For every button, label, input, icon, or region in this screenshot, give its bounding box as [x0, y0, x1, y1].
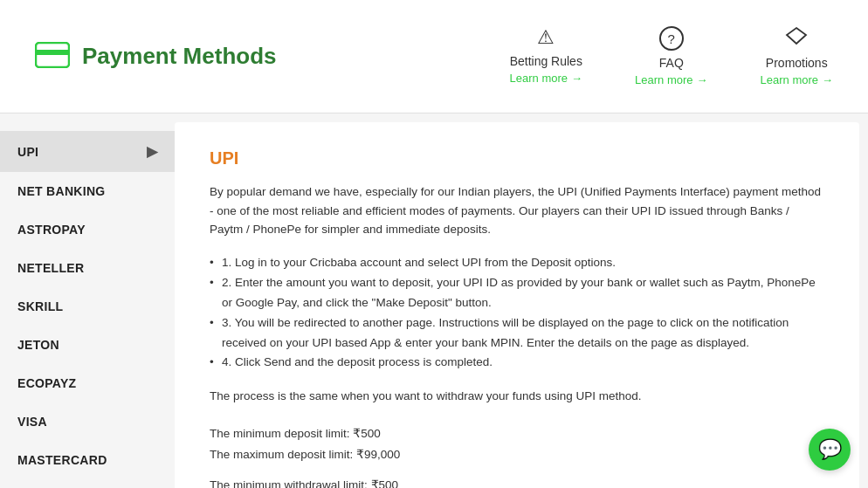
nav-item-betting-rules: ⚠ Betting Rules Learn more →	[510, 26, 582, 85]
nav-item-faq: ? FAQ Learn more →	[635, 26, 707, 86]
payment-card-icon	[35, 42, 70, 71]
content-description: By popular demand we have, especially fo…	[210, 182, 824, 239]
question-icon: ?	[659, 26, 684, 51]
promotions-link[interactable]: Learn more →	[761, 73, 833, 86]
svg-rect-1	[36, 50, 69, 55]
process-text: The process is the same when you want to…	[210, 387, 824, 406]
sidebar-item-skrill[interactable]: SKRILL	[0, 287, 175, 326]
sidebar-item-jeton[interactable]: JETON	[0, 326, 175, 364]
main-layout: UPI ▶ NET BANKING ASTROPAY NETELLER SKRI…	[0, 113, 868, 488]
deposit-min: The minimum deposit limit: ₹500	[210, 423, 824, 444]
step-3: 3. You will be redirected to another pag…	[210, 313, 824, 354]
page-title: Payment Methods	[82, 43, 277, 70]
content-area: UPI By popular demand we have, especiall…	[175, 122, 859, 488]
sidebar-item-upi[interactable]: UPI ▶	[0, 131, 175, 172]
top-nav: ⚠ Betting Rules Learn more → ? FAQ Learn…	[510, 26, 833, 86]
betting-rules-link[interactable]: Learn more →	[510, 72, 582, 85]
sidebar-item-mastercard[interactable]: MASTERCARD	[0, 441, 175, 479]
nav-item-promotions: Promotions Learn more →	[761, 26, 833, 86]
withdrawal-limits: The minimum withdrawal limit: ₹500 The m…	[210, 475, 824, 488]
warning-icon: ⚠	[537, 26, 555, 49]
faq-link[interactable]: Learn more →	[635, 73, 707, 86]
sidebar-arrow-upi: ▶	[147, 143, 157, 160]
faq-title: FAQ	[659, 56, 684, 70]
page-header: Payment Methods ⚠ Betting Rules Learn mo…	[0, 0, 868, 113]
deposit-max: The maximum deposit limit: ₹99,000	[210, 444, 824, 465]
deposit-limits: The minimum deposit limit: ₹500 The maxi…	[210, 423, 824, 466]
content-title: UPI	[210, 148, 824, 168]
chat-icon: 💬	[818, 438, 842, 461]
chat-fab[interactable]: 💬	[809, 429, 851, 471]
sidebar-item-crypto[interactable]: CRYPTO	[0, 479, 175, 488]
sidebar-item-net-banking[interactable]: NET BANKING	[0, 172, 175, 210]
sidebar-item-neteller[interactable]: NETELLER	[0, 249, 175, 287]
step-1: 1. Log in to your Cricbaba account and s…	[210, 253, 824, 273]
sidebar-item-ecopayz[interactable]: ECOPAYZ	[0, 364, 175, 402]
svg-marker-2	[787, 28, 806, 44]
steps-list: 1. Log in to your Cricbaba account and s…	[210, 253, 824, 374]
promotions-title: Promotions	[766, 56, 828, 70]
sidebar: UPI ▶ NET BANKING ASTROPAY NETELLER SKRI…	[0, 113, 175, 488]
header-left: Payment Methods	[35, 42, 510, 71]
withdrawal-min: The minimum withdrawal limit: ₹500	[210, 475, 824, 488]
step-4: 4. Click Send and the deposit process is…	[210, 353, 824, 373]
step-2: 2. Enter the amount you want to deposit,…	[210, 273, 824, 313]
diamond-icon	[785, 26, 808, 51]
betting-rules-title: Betting Rules	[510, 54, 582, 68]
sidebar-item-visa[interactable]: VISA	[0, 402, 175, 441]
sidebar-item-astropay[interactable]: ASTROPAY	[0, 210, 175, 249]
